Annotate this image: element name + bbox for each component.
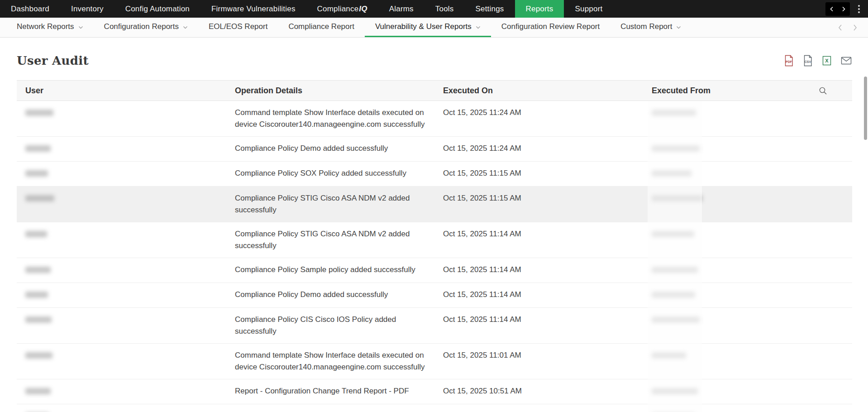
- operation-details-cell: Report - Configuration Change Trend Repo…: [226, 385, 434, 397]
- scrollbar-thumb[interactable]: [864, 77, 867, 140]
- user-audit-table: User Operation Details Executed On Execu…: [17, 80, 852, 412]
- executed-from-cell: [643, 107, 852, 120]
- report-tabs-bar: Network ReportsConfiguration ReportsEOL/…: [0, 18, 868, 38]
- sub-nav-items: Network ReportsConfiguration ReportsEOL/…: [6, 18, 692, 37]
- chevron-down-icon: [78, 26, 83, 29]
- table-row[interactable]: Compliance Policy CIS Cisco IOS Policy a…: [17, 308, 852, 344]
- tabs-scroll-left-button[interactable]: [837, 24, 843, 31]
- top-nav-item-reports[interactable]: Reports: [515, 0, 564, 18]
- operation-details-cell: User Logged In: [226, 410, 434, 412]
- top-nav-item-tools[interactable]: Tools: [424, 0, 465, 18]
- top-nav-item-alarms[interactable]: Alarms: [378, 0, 424, 18]
- operation-details-cell: Compliance Policy Demo added successfull…: [226, 289, 434, 301]
- column-header-user: User: [17, 86, 226, 96]
- xls-export-icon: X: [821, 55, 832, 67]
- report-tab-custom-report[interactable]: Custom Report: [610, 18, 692, 37]
- table-row[interactable]: Compliance Policy Sample policy added su…: [17, 258, 852, 283]
- page-head: User Audit PDF CSV X: [17, 54, 852, 67]
- redacted-user-value: [25, 267, 51, 273]
- top-nav-item-dashboard[interactable]: Dashboard: [0, 0, 60, 18]
- redacted-from-value: [652, 267, 698, 273]
- csv-export-button[interactable]: CSV: [802, 55, 813, 67]
- redacted-from-value: [652, 231, 694, 237]
- executed-on-cell: Oct 15, 2025 11:24 AM: [434, 107, 643, 119]
- nav-forward-button[interactable]: [841, 6, 846, 12]
- report-tab-configuration-review-report[interactable]: Configuration Review Report: [491, 18, 610, 37]
- executed-on-cell: Oct 15, 2025 11:14 AM: [434, 264, 643, 276]
- redacted-user-value: [25, 352, 52, 359]
- report-tab-label: Compliance Report: [288, 22, 354, 31]
- report-tab-eol-eos-report[interactable]: EOL/EOS Report: [198, 18, 278, 37]
- user-cell: [17, 264, 226, 277]
- email-report-button[interactable]: [840, 55, 852, 67]
- table-row[interactable]: Report - Configuration Change Trend Repo…: [17, 379, 852, 404]
- user-cell: [17, 228, 226, 241]
- top-nav-item-firmware-vulnerabilities[interactable]: Firmware Vulnerabilities: [200, 0, 306, 18]
- xls-export-button[interactable]: X: [821, 55, 832, 67]
- redacted-from-value: [652, 110, 696, 116]
- main-content: User Audit PDF CSV X: [0, 54, 868, 412]
- report-tab-network-reports[interactable]: Network Reports: [6, 18, 94, 37]
- mail-icon: [840, 55, 852, 67]
- table-row[interactable]: Compliance Policy SOX Policy added succe…: [17, 162, 852, 187]
- chevron-down-icon: [183, 26, 188, 29]
- executed-from-cell: [643, 228, 852, 241]
- executed-on-cell: Oct 15, 2025 11:14 AM: [434, 228, 643, 240]
- table-header: User Operation Details Executed On Execu…: [17, 81, 852, 101]
- executed-on-cell: Oct 15, 2025 10:50 AM: [434, 410, 643, 412]
- redacted-from-value: [652, 388, 698, 394]
- top-nav-item-config-automation[interactable]: Config Automation: [114, 0, 200, 18]
- report-tab-label: Network Reports: [17, 22, 74, 31]
- table-row[interactable]: Compliance Policy STIG Cisco ASA NDM v2 …: [17, 222, 852, 258]
- operation-details-cell: Compliance Policy Sample policy added su…: [226, 264, 434, 276]
- column-header-executed-on: Executed On: [434, 86, 643, 96]
- executed-from-cell: [643, 168, 852, 180]
- csv-export-icon: CSV: [802, 55, 813, 67]
- top-nav-item-support[interactable]: Support: [564, 0, 613, 18]
- tabs-scroll-right-button[interactable]: [852, 24, 858, 31]
- chevron-left-icon: [837, 24, 843, 31]
- report-tab-compliance-report[interactable]: Compliance Report: [278, 18, 365, 37]
- top-nav-item-complianceiq[interactable]: ComplianceIQ: [306, 0, 378, 18]
- user-cell: [17, 289, 226, 302]
- user-cell: [17, 314, 226, 326]
- table-row[interactable]: Compliance Policy Demo added successfull…: [17, 137, 852, 162]
- redacted-user-value: [25, 110, 53, 116]
- table-row[interactable]: Command template Show Interface details …: [17, 101, 852, 137]
- table-row[interactable]: Compliance Policy Demo added successfull…: [17, 283, 852, 308]
- redacted-from-value: [652, 170, 692, 177]
- redacted-user-value: [25, 170, 48, 177]
- redacted-from-value: [652, 195, 702, 201]
- table-row[interactable]: User Logged InOct 15, 2025 10:50 AM: [17, 404, 852, 412]
- kebab-menu-icon[interactable]: [855, 3, 863, 15]
- table-row[interactable]: Command template Show Interface details …: [17, 344, 852, 379]
- executed-on-cell: Oct 15, 2025 11:01 AM: [434, 350, 643, 361]
- top-nav-items: DashboardInventoryConfig AutomationFirmw…: [0, 0, 613, 18]
- executed-on-cell: Oct 15, 2025 11:24 AM: [434, 143, 643, 154]
- pdf-export-button[interactable]: PDF: [783, 55, 794, 67]
- executed-from-cell: [643, 350, 852, 362]
- redacted-from-value: [652, 292, 695, 298]
- top-nav-item-inventory[interactable]: Inventory: [60, 0, 114, 18]
- table-body: Command template Show Interface details …: [17, 101, 852, 412]
- executed-from-cell: [643, 410, 852, 412]
- user-cell: [17, 385, 226, 398]
- operation-details-cell: Command template Show Interface details …: [226, 350, 434, 373]
- operation-details-cell: Compliance Policy Demo added successfull…: [226, 143, 434, 154]
- report-tab-vulnerability-user-reports[interactable]: Vulnerability & User Reports: [365, 18, 491, 37]
- page-scrollbar[interactable]: [864, 38, 868, 412]
- table-row[interactable]: Compliance Policy STIG Cisco ASA NDM v2 …: [17, 187, 852, 222]
- search-icon[interactable]: [819, 86, 827, 95]
- top-nav-item-settings[interactable]: Settings: [465, 0, 515, 18]
- redacted-user-value: [25, 231, 47, 237]
- svg-text:PDF: PDF: [786, 60, 792, 63]
- user-cell: [17, 410, 226, 412]
- nav-back-button[interactable]: [829, 6, 835, 12]
- executed-on-cell: Oct 15, 2025 11:15 AM: [434, 168, 643, 179]
- redacted-user-value: [25, 195, 54, 201]
- report-tab-label: Vulnerability & User Reports: [375, 22, 472, 31]
- report-tab-configuration-reports[interactable]: Configuration Reports: [94, 18, 198, 37]
- column-header-operation-details: Operation Details: [226, 86, 434, 96]
- operation-details-cell: Compliance Policy SOX Policy added succe…: [226, 168, 434, 179]
- chevron-right-icon: [852, 24, 858, 31]
